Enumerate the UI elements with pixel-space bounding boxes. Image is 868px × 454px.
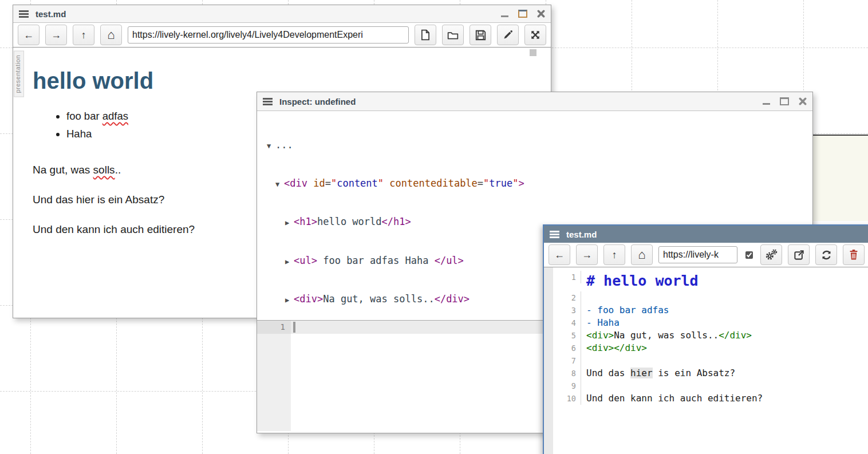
up-button[interactable]: ↑	[603, 244, 625, 265]
back-button[interactable]: ←	[549, 244, 570, 265]
refresh-icon	[821, 250, 832, 260]
tree-node[interactable]: ▼<div id="content" contenteditable="true…	[267, 177, 812, 191]
background-panel	[812, 135, 868, 221]
forward-icon: →	[582, 250, 592, 260]
text-cursor	[293, 322, 295, 333]
trash-icon	[849, 249, 859, 260]
pencil-icon	[503, 30, 513, 40]
resize-expand-button[interactable]	[524, 25, 546, 45]
desktop: { "colors": { "active_titlebar": "#6e829…	[0, 0, 868, 454]
minimize-button[interactable]	[501, 15, 508, 17]
open-external-button[interactable]	[788, 244, 810, 265]
url-input[interactable]	[128, 26, 409, 44]
window-title: Inspect: undefined	[279, 97, 356, 106]
external-link-icon	[794, 250, 804, 260]
code-line[interactable]: 6<div></div>	[553, 342, 868, 354]
settings-button[interactable]	[760, 244, 782, 265]
expand-triangle-icon[interactable]: ▶	[285, 256, 294, 269]
window-menu-icon[interactable]	[263, 98, 273, 105]
line-number: 10	[553, 392, 581, 405]
home-button[interactable]: ⌂	[631, 244, 653, 265]
scrollbar-thumb[interactable]	[530, 49, 536, 56]
new-file-icon	[420, 29, 431, 41]
home-icon: ⌂	[638, 248, 645, 261]
expand-triangle-icon[interactable]: ▼	[267, 140, 275, 153]
code-line[interactable]: 4- Haha	[553, 317, 868, 329]
code-line[interactable]: 10Und den kann ich auch editieren?	[553, 392, 868, 405]
line-number: 3	[553, 304, 581, 317]
window-menu-icon[interactable]	[19, 10, 29, 18]
up-icon: ↑	[81, 30, 86, 40]
save-button[interactable]	[469, 25, 491, 45]
tree-node[interactable]: ▼...	[267, 139, 812, 153]
window-markdown-editor: test.md ← → ↑ ⌂ 1# hello world 2 3- foo …	[543, 224, 868, 454]
code-editor[interactable]: 1# hello world 2 3- foo bar adfas 4- Hah…	[544, 267, 868, 454]
minimize-button[interactable]	[763, 103, 770, 105]
window-title: test.md	[566, 230, 597, 239]
code-line[interactable]: 3- foo bar adfas	[553, 304, 868, 317]
code-line[interactable]: 9	[553, 380, 868, 392]
reload-button[interactable]	[815, 244, 837, 265]
code-line[interactable]: 1# hello world	[553, 271, 868, 291]
open-folder-button[interactable]	[442, 25, 464, 45]
line-number-gutter	[257, 321, 291, 431]
doc-heading: hello world	[33, 68, 551, 93]
window-menu-icon[interactable]	[550, 231, 559, 238]
browser-toolbar: ← → ↑ ⌂	[13, 23, 551, 48]
forward-button[interactable]: →	[576, 244, 598, 265]
line-number: 4	[553, 317, 581, 329]
back-button[interactable]: ←	[18, 25, 40, 45]
up-button[interactable]: ↑	[73, 25, 94, 45]
back-icon: ←	[554, 250, 565, 260]
home-button[interactable]: ⌂	[100, 25, 122, 45]
forward-button[interactable]: →	[45, 25, 67, 45]
home-icon: ⌂	[107, 29, 115, 41]
expand-triangle-icon[interactable]: ▼	[275, 179, 284, 191]
close-button[interactable]	[537, 10, 545, 18]
auto-update-checkbox[interactable]	[745, 250, 753, 260]
expand-triangle-icon[interactable]: ▶	[285, 217, 294, 230]
window-title: test.md	[35, 9, 66, 19]
up-icon: ↑	[612, 250, 617, 260]
close-button[interactable]	[799, 97, 807, 105]
maximize-button[interactable]	[518, 10, 527, 18]
titlebar[interactable]: test.md	[544, 226, 868, 243]
forward-icon: →	[51, 30, 61, 40]
maximize-button[interactable]	[780, 97, 789, 105]
line-number: 7	[553, 354, 581, 367]
code-lines[interactable]: 1# hello world 2 3- foo bar adfas 4- Hah…	[553, 267, 868, 405]
line-number: 5	[553, 329, 581, 342]
titlebar[interactable]: test.md	[13, 5, 551, 23]
back-icon: ←	[23, 30, 34, 40]
save-icon	[475, 30, 486, 41]
editor-left-strip	[544, 267, 553, 454]
url-input[interactable]	[658, 246, 737, 263]
new-file-button[interactable]	[415, 25, 436, 45]
line-number: 8	[553, 367, 581, 380]
browser-toolbar: ← → ↑ ⌂	[544, 243, 868, 267]
code-line[interactable]: 2	[553, 291, 868, 304]
folder-icon	[447, 30, 459, 40]
line-number: 1	[553, 271, 581, 283]
delete-button[interactable]	[843, 244, 865, 265]
code-line[interactable]: 5<div>Na gut, was solls..</div>	[553, 329, 868, 342]
gears-icon	[765, 249, 778, 260]
line-number: 6	[553, 342, 581, 354]
titlebar[interactable]: Inspect: undefined	[257, 92, 812, 111]
line-number: 9	[553, 380, 581, 392]
expand-arrows-icon	[530, 30, 540, 40]
line-number: 2	[553, 291, 581, 304]
line-number: 1	[257, 321, 291, 334]
presentation-tab[interactable]: presentation	[14, 51, 24, 97]
code-line[interactable]: 7	[553, 354, 868, 367]
edit-button[interactable]	[497, 25, 519, 45]
code-line[interactable]: 8Und das hier is ein Absatz?	[553, 367, 868, 380]
expand-triangle-icon[interactable]: ▶	[285, 294, 294, 307]
